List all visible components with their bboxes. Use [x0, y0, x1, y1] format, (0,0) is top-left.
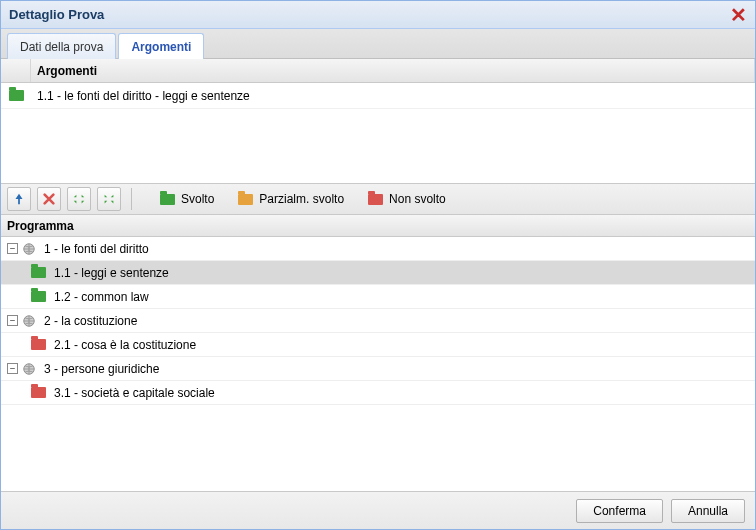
globe-icon	[22, 242, 36, 256]
arg-row-label: 1.1 - le fonti del diritto - leggi e sen…	[31, 89, 755, 103]
tree-row-label: 2 - la costituzione	[44, 314, 137, 328]
confirm-button[interactable]: Conferma	[576, 499, 663, 523]
legend-svolto-label: Svolto	[181, 192, 214, 206]
expand-icon	[72, 192, 86, 206]
tree-child-row[interactable]: 2.1 - cosa è la costituzione	[1, 333, 755, 357]
tree-child-row[interactable]: 1.1 - leggi e sentenze	[1, 261, 755, 285]
legend-parzialm-label: Parzialm. svolto	[259, 192, 344, 206]
tree-row-label: 1 - le fonti del diritto	[44, 242, 149, 256]
tree-row-label: 1.1 - leggi e sentenze	[54, 266, 169, 280]
legend-parzialm: Parzialm. svolto	[238, 192, 344, 206]
collapse-all-button[interactable]	[97, 187, 121, 211]
arg-grid-header: Argomenti	[1, 59, 755, 83]
close-icon[interactable]: ✕	[730, 5, 747, 25]
tree-child-row[interactable]: 1.2 - common law	[1, 285, 755, 309]
arg-row[interactable]: 1.1 - le fonti del diritto - leggi e sen…	[1, 83, 755, 109]
tree-parent-row[interactable]: −3 - persone giuridiche	[1, 357, 755, 381]
tree-parent-row[interactable]: −1 - le fonti del diritto	[1, 237, 755, 261]
remove-button[interactable]	[37, 187, 61, 211]
legend-non-svolto: Non svolto	[368, 192, 446, 206]
folder-red-icon	[368, 194, 383, 205]
globe-icon	[22, 314, 36, 328]
tree-parent-row[interactable]: −2 - la costituzione	[1, 309, 755, 333]
folder-red-icon	[31, 387, 46, 398]
tree-child-row[interactable]: 3.1 - società e capitale sociale	[1, 381, 755, 405]
folder-orange-icon	[238, 194, 253, 205]
panel-argomenti: Argomenti 1.1 - le fonti del diritto - l…	[1, 59, 755, 529]
legend-svolto: Svolto	[160, 192, 214, 206]
collapse-toggle[interactable]: −	[7, 315, 18, 326]
expand-all-button[interactable]	[67, 187, 91, 211]
legend-non-svolto-label: Non svolto	[389, 192, 446, 206]
tab-argomenti[interactable]: Argomenti	[118, 33, 204, 59]
program-tree: −1 - le fonti del diritto1.1 - leggi e s…	[1, 237, 755, 491]
tree-row-label: 2.1 - cosa è la costituzione	[54, 338, 196, 352]
folder-green-icon	[160, 194, 175, 205]
folder-green-icon	[9, 90, 24, 101]
move-up-button[interactable]	[7, 187, 31, 211]
collapse-icon	[102, 192, 116, 206]
folder-green-icon	[31, 267, 46, 278]
folder-green-icon	[31, 291, 46, 302]
toolbar: Svolto Parzialm. svolto Non svolto	[1, 183, 755, 215]
cancel-button[interactable]: Annulla	[671, 499, 745, 523]
tab-strip: Dati della prova Argomenti	[1, 29, 755, 59]
tree-row-label: 3 - persone giuridiche	[44, 362, 159, 376]
footer: Conferma Annulla	[1, 491, 755, 529]
program-header: Programma	[1, 215, 755, 237]
arg-grid-body: 1.1 - le fonti del diritto - leggi e sen…	[1, 83, 755, 183]
tree-row-label: 3.1 - società e capitale sociale	[54, 386, 215, 400]
collapse-toggle[interactable]: −	[7, 363, 18, 374]
collapse-toggle[interactable]: −	[7, 243, 18, 254]
titlebar: Dettaglio Prova ✕	[1, 1, 755, 29]
tree-row-label: 1.2 - common law	[54, 290, 149, 304]
folder-red-icon	[31, 339, 46, 350]
globe-icon	[22, 362, 36, 376]
tab-dati-prova[interactable]: Dati della prova	[7, 33, 116, 59]
arg-grid-header-label: Argomenti	[31, 59, 755, 82]
x-icon	[42, 192, 56, 206]
dialog-window: Dettaglio Prova ✕ Dati della prova Argom…	[0, 0, 756, 530]
window-title: Dettaglio Prova	[9, 7, 104, 22]
arrow-up-icon	[12, 192, 26, 206]
